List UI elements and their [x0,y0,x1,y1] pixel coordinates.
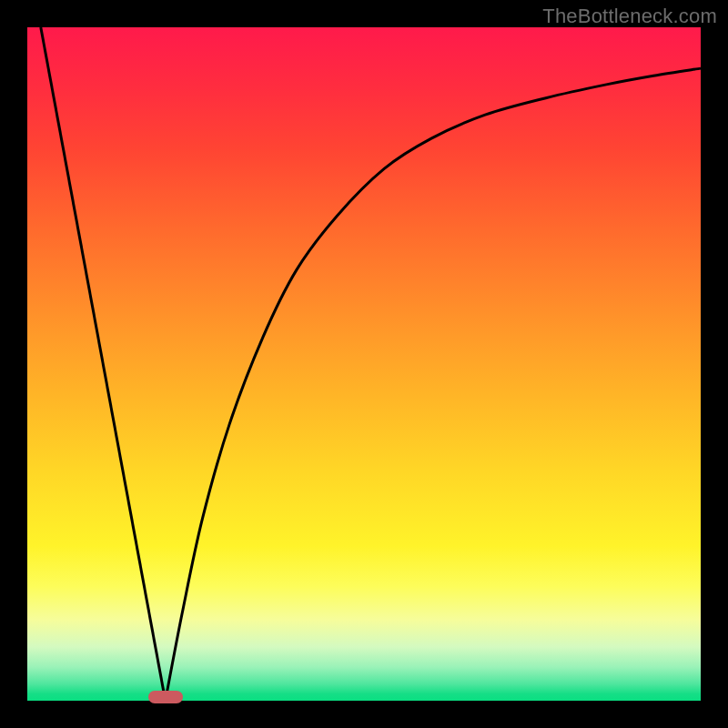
optimal-marker [148,691,183,703]
curve-left-branch [41,27,166,701]
plot-area [27,27,701,701]
chart-frame: TheBottleneck.com [0,0,728,728]
bottleneck-curve [27,27,701,701]
curve-right-branch [166,68,701,701]
watermark-text: TheBottleneck.com [542,5,717,28]
